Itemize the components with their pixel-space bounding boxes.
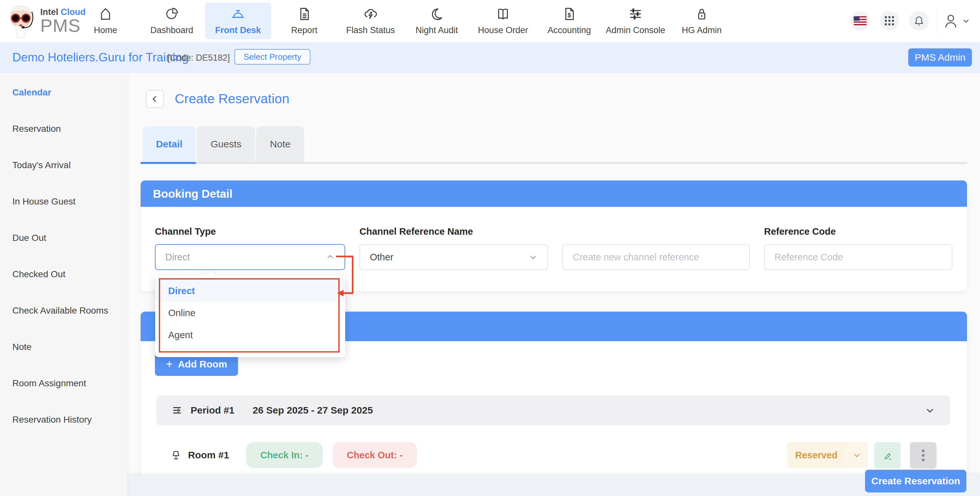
select-property-button[interactable]: Select Property [234,49,310,65]
sidebar-item-note[interactable]: Note [0,329,128,365]
nav-item-dashboard[interactable]: Dashboard [138,3,205,39]
channel-type-select[interactable]: Direct [155,244,345,270]
tab-note[interactable]: Note [256,126,304,162]
admin-console-sliders-icon [628,6,643,21]
reference-code-field: Reference Code [764,226,952,270]
period-row[interactable]: Period #1 26 Sep 2025 - 27 Sep 2025 [156,395,950,425]
nav-item-home[interactable]: Home [72,3,138,39]
period-lines-icon [171,404,183,416]
language-flag-button[interactable] [850,11,870,30]
chevron-left-icon [151,95,159,103]
room-row: Room #1 Check In: - Check Out: - [170,442,417,468]
guru-avatar-logo [5,2,37,39]
sidebar-item-reservation-history[interactable]: Reservation History [0,402,128,438]
nav-item-accounting[interactable]: $ Accounting [536,3,602,39]
nav-item-hg-admin[interactable]: HG Admin [668,3,735,39]
tabs: Detail Guests Note [143,126,304,162]
kebab-menu-icon [921,449,925,462]
channel-type-label: Channel Type [155,226,345,236]
plus-icon: + [166,358,173,370]
sidebar-item-room-assignment[interactable]: Room Assignment [0,365,128,402]
accounting-icon: $ [562,6,577,21]
sidebar-item-reservation[interactable]: Reservation [0,111,128,147]
reference-code-label: Reference Code [764,226,952,236]
sidebar-item-todays-arrival[interactable]: Today's Arrival [0,147,128,183]
nav-item-house-order[interactable]: House Order [470,3,536,39]
house-order-book-icon [496,6,511,21]
room-label: Room #1 [188,450,229,461]
add-room-label: Add Room [178,359,227,370]
chevron-down-icon [846,442,868,468]
room-status-select[interactable]: Reserved [787,442,868,468]
sidebar: Calendar Reservation Today's Arrival In … [0,73,128,496]
nav-item-flash-status[interactable]: Flash Status [337,3,404,39]
tab-guests[interactable]: Guests [197,126,255,162]
period-label: Period #1 [191,405,234,416]
main-nav: Home Dashboard Front Desk Report Flash S… [72,0,735,42]
flash-status-icon [363,6,378,21]
apps-grid-icon [884,15,895,26]
sidebar-item-in-house-guest[interactable]: In House Guest [0,183,128,220]
new-channel-reference-input[interactable] [562,244,750,270]
pms-admin-button[interactable]: PMS Admin [908,48,972,67]
booking-detail-card: Booking Detail Channel Type Direct Chann… [141,180,967,291]
check-in-badge: Check In: - [246,442,323,468]
room-more-options-button[interactable] [910,442,937,469]
dropdown-option-direct[interactable]: Direct [155,280,345,302]
hg-admin-lock-icon [694,6,709,21]
back-button[interactable] [146,90,164,108]
active-tab-underline [141,162,196,164]
edit-room-button[interactable] [874,442,901,469]
sidebar-item-check-available-rooms[interactable]: Check Available Rooms [0,293,128,329]
nav-item-report[interactable]: Report [271,3,337,39]
svg-text:$: $ [568,12,571,19]
pencil-icon [882,450,893,461]
room-status-value: Reserved [787,442,846,468]
footer-bar [129,475,980,496]
dropdown-option-online[interactable]: Online [155,302,345,324]
notifications-button[interactable] [909,11,929,30]
top-nav: Intel Cloud PMS Home Dashboard Front Des… [0,0,980,42]
channel-reference-value: Other [370,252,393,262]
channel-type-dropdown: Direct Online Agent [155,275,345,357]
chevron-down-icon[interactable] [925,405,935,415]
tab-underline-track [141,162,967,164]
page-title: Create Reservation [175,91,290,107]
profile-menu-button[interactable] [942,12,970,30]
nav-item-night-audit[interactable]: Night Audit [404,3,470,39]
tab-detail[interactable]: Detail [143,126,196,162]
channel-type-field: Channel Type Direct [155,226,345,270]
report-icon [297,6,312,21]
apps-grid-button[interactable] [880,11,899,30]
front-desk-bell-icon [231,6,245,21]
chevron-up-icon [326,253,335,262]
create-reservation-button[interactable]: Create Reservation [865,470,966,493]
nav-item-admin-console[interactable]: Admin Console [602,3,668,39]
notification-bell-icon [913,15,925,27]
channel-reference-field: Channel Reference Name Other [360,226,548,270]
sidebar-item-checked-out[interactable]: Checked Out [0,256,128,293]
chevron-down-icon [529,253,538,262]
property-name[interactable]: Demo Hoteliers.Guru for Training [12,51,189,64]
booking-detail-header: Booking Detail [141,180,967,207]
nav-item-front-desk[interactable]: Front Desk [205,3,271,39]
room-bell-icon [170,449,182,461]
home-icon [98,6,113,21]
sidebar-item-calendar[interactable]: Calendar [0,74,128,111]
dropdown-option-agent[interactable]: Agent [155,324,345,346]
chevron-down-icon [962,17,970,25]
period-dates: 26 Sep 2025 - 27 Sep 2025 [253,405,373,416]
new-channel-reference-field [562,226,750,270]
property-code: [Code: DE5182] [167,53,230,63]
check-out-badge: Check Out: - [332,442,417,468]
reference-code-input[interactable] [764,244,952,270]
property-bar: Demo Hoteliers.Guru for Training [Code: … [0,42,980,73]
night-audit-moon-icon [429,6,444,21]
user-icon [942,12,960,30]
channel-reference-label: Channel Reference Name [360,226,548,236]
nav-divider [937,8,937,34]
sidebar-item-due-out[interactable]: Due Out [0,220,128,256]
channel-type-value: Direct [165,252,190,262]
booking-detail-title: Booking Detail [153,187,232,200]
channel-reference-select[interactable]: Other [360,244,548,270]
